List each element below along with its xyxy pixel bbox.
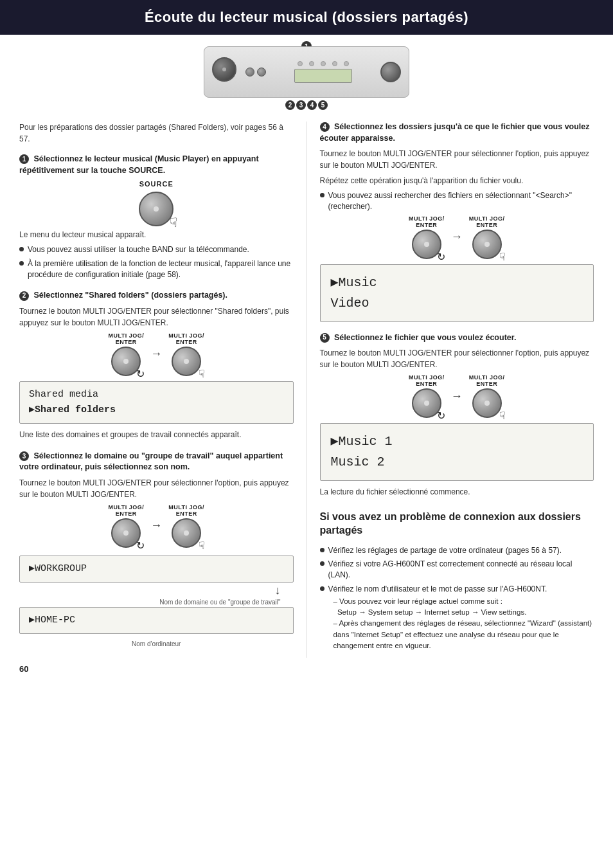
step3-jog-label-right: MULTI JOG/ENTER (168, 504, 204, 517)
step1-bullet-1-text: Vous pouvez aussi utiliser la touche BAN… (28, 244, 249, 255)
step2-body: Tournez le bouton MULTI JOG/ENTER pour s… (19, 305, 294, 329)
step5-knob-circle-right (472, 388, 502, 418)
step4-jog-left: MULTI JOG/ENTER ↻ (409, 215, 445, 259)
step2-screen: Shared media ▶Shared folders (19, 381, 294, 424)
step2-note: Une liste des domaines et groupes de tra… (19, 429, 294, 440)
dot-3 (321, 61, 326, 66)
badge-2: 2 (285, 100, 295, 110)
right-knob (380, 62, 401, 82)
device-right-controls (380, 62, 401, 82)
device-illustration: 1 (204, 46, 409, 110)
small-knob-2 (257, 68, 266, 77)
step5-jog-label-left: MULTI JOG/ENTER (409, 374, 445, 387)
hand-press-icon: ☟ (170, 215, 177, 230)
step4-title: 4 Sélectionnez les dossiers jusqu'à ce q… (320, 122, 594, 144)
step3-domain-note: Nom de domaine ou de "groupe de travail" (159, 599, 280, 606)
problem-section-title: Si vous avez un problème de connexion au… (320, 511, 594, 538)
source-knob (139, 192, 173, 226)
badge-4: 4 (307, 100, 317, 110)
step5-jog-left: MULTI JOG/ENTER ↻ (409, 374, 445, 418)
step5-arrow: → (451, 390, 463, 403)
step2-section: 2 Sélectionnez "Shared folders" (dossier… (19, 290, 294, 440)
step1-title: 1 Sélectionnez le lecteur musical (Music… (19, 154, 294, 176)
step5-knob-right: ☟ (472, 388, 502, 418)
dot-4 (332, 61, 337, 66)
step4-knob-left: ↻ (412, 230, 441, 259)
dot-2 (309, 61, 314, 66)
source-label: SOURCE (19, 180, 294, 188)
step3-screen-workgroup: ▶WORKGROUP (19, 556, 294, 583)
step3-jog-diagram: MULTI JOG/ENTER ↻ → MULTI JOG/ENTER ☟ (19, 504, 294, 548)
problem-bullet-2-text: Vérifiez si votre AG-H600NT est correcte… (328, 559, 594, 581)
step5-title-text: Sélectionnez le fichier que vous voulez … (334, 333, 516, 342)
step3-knob-left: ↻ (111, 518, 141, 548)
step5-title: 5 Sélectionnez le fichier que vous voule… (320, 332, 594, 344)
step2-title-text: Sélectionnez "Shared folders" (dossiers … (33, 291, 227, 300)
step3-title: 3 Sélectionnez le domaine ou "groupe de … (19, 451, 294, 473)
problem-bullet-3-sub: – Vous pouvez voir leur réglage actuel c… (333, 596, 594, 651)
step3-workgroup-line: ▶WORKGROUP (29, 561, 284, 577)
badge-3: 3 (296, 100, 306, 110)
step4-screen: ▶Music Video (320, 264, 594, 322)
bullet-dot (320, 561, 324, 566)
small-knobs (245, 68, 266, 77)
jog-label-right: MULTI JOG/ENTER (168, 332, 204, 345)
step1-badge: 1 (19, 154, 29, 164)
step2-screen-line2: ▶Shared folders (29, 402, 284, 418)
dots-row (298, 61, 349, 66)
step2-badge: 2 (19, 291, 29, 301)
step4-screen-line1: ▶Music (331, 273, 583, 293)
device-display (294, 69, 352, 83)
step3-homepc-line: ▶HOME-PC (29, 613, 284, 628)
step5-screen: ▶Music 1 Music 2 (320, 423, 594, 481)
main-knob-wrap (212, 57, 242, 87)
step5-note: La lecture du fichier sélectionné commen… (320, 486, 594, 498)
step4-badge: 4 (320, 122, 330, 132)
jog-group-left: MULTI JOG/ENTER ↻ (108, 332, 144, 376)
badge-5: 5 (318, 100, 328, 110)
step3-knob-right: ☟ (172, 518, 201, 548)
bullet-dot (320, 193, 324, 197)
step4-bullet: Vous pouvez aussi rechercher des fichier… (320, 190, 594, 212)
problem-bullet-1-text: Vérifiez les réglages de partage de votr… (328, 545, 562, 556)
problem-bullet-3: Vérifiez le nom d'utilisateur et le mot … (320, 584, 594, 651)
step3-knob-circle-right (172, 518, 201, 548)
step2-title: 2 Sélectionnez "Shared folders" (dossier… (19, 290, 294, 302)
jog-knob-right: ☟ (172, 347, 201, 376)
step3-pc-note: Nom d'ordinateur (132, 640, 181, 647)
right-column: 4 Sélectionnez les dossiers jusqu'à ce q… (307, 122, 594, 658)
main-knob (212, 57, 236, 82)
step5-jog-diagram: MULTI JOG/ENTER ↻ → MULTI JOG/ENTER ☟ (320, 374, 594, 418)
dot-1 (298, 61, 303, 66)
step4-title-text: Sélectionnez les dossiers jusqu'à ce que… (320, 122, 590, 143)
press-hand-right: ☟ (199, 368, 205, 380)
step3-arrow: → (150, 519, 162, 532)
step3-body: Tournez le bouton MULTI JOG/ENTER pour s… (19, 477, 294, 500)
arrow-between-jogs: → (150, 347, 162, 361)
step5-body: Tournez le bouton MULTI JOG/ENTER pour s… (320, 347, 594, 370)
step5-press-icon: ☟ (499, 410, 506, 422)
source-knob-wrap: ☟ (139, 192, 173, 226)
main-content: Pour les préparations des dossier partag… (0, 122, 613, 658)
step5-knob-left: ↻ (412, 388, 441, 418)
device-image-container: 1 (0, 46, 613, 110)
step4-knob-circle-right (472, 230, 502, 259)
problem-bullet-3-text: Vérifiez le nom d'utilisateur et le mot … (328, 584, 594, 595)
problem-bullet-2: Vérifiez si votre AG-H600NT est correcte… (320, 559, 594, 581)
step3-screens-container: ▶WORKGROUP ↓ Nom de domaine ou de "group… (19, 550, 294, 647)
step1-title-text: Sélectionnez le lecteur musical (Music P… (19, 154, 259, 175)
bullet-dot (320, 586, 324, 591)
intro-text: Pour les préparations des dossier partag… (19, 122, 294, 145)
step3-domain-note-box: ↓ Nom de domaine ou de "groupe de travai… (19, 584, 294, 606)
step5-screen-line2: Music 2 (331, 452, 583, 473)
step3-jog-right: MULTI JOG/ENTER ☟ (168, 504, 204, 548)
step4-body1: Tournez le bouton MULTI JOG/ENTER pour s… (320, 148, 594, 171)
step4-rotate-icon: ↻ (437, 251, 445, 263)
down-arrow-icon: ↓ (275, 584, 281, 597)
step2-jog-diagram: MULTI JOG/ENTER ↻ → MULTI JOG/ENTER ☟ (19, 332, 294, 376)
step1-section: 1 Sélectionnez le lecteur musical (Music… (19, 154, 294, 280)
step2-screen-line1: Shared media (29, 387, 284, 402)
step4-bullet-text: Vous pouvez aussi rechercher des fichier… (328, 190, 594, 212)
step1-body: Le menu du lecteur musical apparaît. (19, 229, 294, 240)
page-title: Écoute du lecteur musical (dossiers part… (145, 9, 468, 25)
